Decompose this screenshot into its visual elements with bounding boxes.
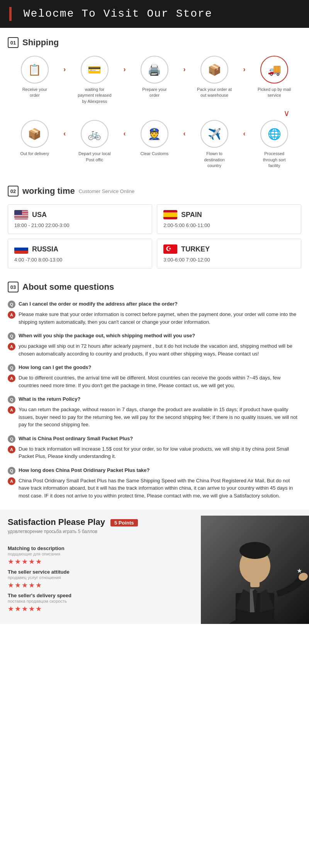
step-payment-label: waiting for payment released by Aliexpre… bbox=[77, 87, 112, 104]
qa-q-4: Q What is the return Policy? bbox=[8, 395, 301, 403]
step-out-delivery-icon: 📦 bbox=[21, 120, 49, 148]
arrow-8: ‹ bbox=[243, 120, 246, 138]
step-customs-label: Clear Customs bbox=[141, 151, 169, 157]
qa-question-6: How long does China Post Oridinary Packe… bbox=[19, 466, 150, 474]
rating-label-1: Matching to description bbox=[8, 545, 170, 551]
qa-answer-6: China Post Oridinary Small Packet Plus h… bbox=[19, 477, 301, 500]
russia-hours: 4:00 -7:00 8:00-13:00 bbox=[14, 257, 146, 263]
down-arrow: ∨ bbox=[12, 108, 297, 118]
qa-q-1: Q Can I cancel the order or modify the a… bbox=[8, 300, 301, 308]
step-out-delivery: 📦 Out for delivery bbox=[17, 120, 52, 157]
qa-answer-1: Please make sure that your order informa… bbox=[19, 311, 301, 326]
rating-sublabel-2: продавец услуг отношения bbox=[8, 575, 170, 580]
turkey-hours: 3:00-6:00 7:00-12:00 bbox=[163, 257, 295, 263]
qa-q-2: Q When will you ship the package out, wh… bbox=[8, 332, 301, 340]
shipping-label: Shipping bbox=[22, 38, 59, 48]
satisfaction-content: Satisfaction Please Play 5 Points удовле… bbox=[8, 517, 170, 613]
qa-list: Q Can I cancel the order or modify the a… bbox=[8, 300, 301, 499]
a-icon-6: A bbox=[8, 477, 15, 485]
section-num-01: 01 bbox=[8, 37, 19, 48]
step-customs: 👮 Clear Customs bbox=[137, 120, 172, 157]
country-usa: USA 18:00 - 21:00 22:00-3:00 bbox=[8, 204, 152, 234]
person-svg: ★ bbox=[201, 516, 309, 624]
qa-q-5: Q What is China Post ordinary Small Pack… bbox=[8, 435, 301, 443]
step-depart-post-icon: 🚲 bbox=[81, 120, 109, 148]
rating-label-2: The seller service attitude bbox=[8, 569, 170, 575]
divider bbox=[8, 540, 170, 541]
questions-section: 03 About some questions Q Can I cancel t… bbox=[0, 272, 309, 509]
step-depart-post-label: Depart your local Post offic bbox=[77, 151, 112, 163]
qa-a-5: A Due to track information will increase… bbox=[8, 445, 301, 460]
q-icon-3: Q bbox=[8, 364, 15, 372]
step-sort-facility: 🌐 Processed through sort facility bbox=[257, 120, 292, 169]
step-pack-label: Pack your order at out warehouse bbox=[197, 87, 232, 99]
country-russia: RUSSIA 4:00 -7:00 8:00-13:00 bbox=[8, 239, 152, 268]
q-icon-5: Q bbox=[8, 435, 15, 443]
qa-question-5: What is China Post ordinary Small Packet… bbox=[19, 435, 133, 443]
svg-text:★: ★ bbox=[297, 567, 302, 574]
country-spain: SPAIN 2:00-5:00 6:00-11:00 bbox=[157, 204, 301, 234]
usa-hours: 18:00 - 21:00 22:00-3:00 bbox=[14, 222, 146, 228]
step-sort-facility-icon: 🌐 bbox=[260, 120, 288, 148]
points-badge: 5 Points bbox=[110, 519, 138, 526]
step-flown: ✈️ Flown to destination country bbox=[197, 120, 232, 169]
arrow-3: › bbox=[183, 56, 186, 73]
rating-sublabel-3: поставка продавцом скорость bbox=[8, 599, 170, 603]
qa-item-6: Q How long does China Post Oridinary Pac… bbox=[8, 466, 301, 500]
russia-name: RUSSIA bbox=[14, 244, 146, 254]
working-subtitle: Customer Service Online bbox=[79, 188, 135, 194]
rating-label-3: The seller's delivery speed bbox=[8, 593, 170, 598]
step-payment: 💳 waiting for payment released by Aliexp… bbox=[77, 56, 112, 104]
shipping-row-1: 📋 Receive your order › 💳 waiting for pay… bbox=[12, 56, 297, 104]
arrow-7: ‹ bbox=[183, 120, 186, 138]
spain-flag bbox=[163, 210, 177, 219]
section-num-02: 02 bbox=[8, 186, 19, 196]
rating-sublabel-1: подщающие для описания bbox=[8, 552, 170, 556]
rating-row-3: The seller's delivery speed поставка про… bbox=[8, 593, 170, 613]
section-num-03: 03 bbox=[8, 282, 19, 292]
shipping-section: 01 Shipping 📋 Receive your order › 💳 wai… bbox=[0, 28, 309, 176]
rating-row-1: Matching to description подщающие для оп… bbox=[8, 545, 170, 566]
step-receive-order: 📋 Receive your order bbox=[17, 56, 52, 99]
qa-a-1: A Please make sure that your order infor… bbox=[8, 311, 301, 326]
arrow-6: ‹ bbox=[123, 120, 126, 138]
qa-a-2: A you package will ship out in 72 hours … bbox=[8, 342, 301, 357]
step-receive-order-label: Receive your order bbox=[17, 87, 52, 99]
step-prepare: 🖨️ Prepare your order bbox=[137, 56, 172, 99]
qa-item-1: Q Can I cancel the order or modify the a… bbox=[8, 300, 301, 326]
qa-a-3: A Due to different countries, the arriva… bbox=[8, 374, 301, 389]
svg-point-6 bbox=[239, 542, 270, 559]
step-sort-facility-label: Processed through sort facility bbox=[257, 151, 292, 169]
qa-question-1: Can I cancel the order or modify the add… bbox=[19, 300, 178, 308]
header-title: Welocme To Visit Our Store bbox=[9, 7, 300, 21]
shipping-row-2: 📦 Out for delivery ‹ 🚲 Depart your local… bbox=[12, 120, 297, 169]
step-pack: 📦 Pack your order at out warehouse bbox=[197, 56, 232, 99]
qa-question-4: What is the return Policy? bbox=[19, 395, 80, 403]
qa-a-6: A China Post Oridinary Small Packet Plus… bbox=[8, 477, 301, 500]
working-grid: USA 18:00 - 21:00 22:00-3:00 SPAIN 2:00-… bbox=[8, 204, 301, 268]
arrow-4: › bbox=[243, 56, 246, 73]
satisfaction-title: Satisfaction Please Play 5 Points bbox=[8, 517, 170, 527]
qa-item-4: Q What is the return Policy? A You can r… bbox=[8, 395, 301, 429]
working-label: working time bbox=[22, 186, 75, 196]
q-icon-4: Q bbox=[8, 396, 15, 403]
qa-q-6: Q How long does China Post Oridinary Pac… bbox=[8, 466, 301, 475]
header: Welocme To Visit Our Store bbox=[0, 0, 309, 28]
arrow-1: › bbox=[63, 56, 66, 73]
step-depart-post: 🚲 Depart your local Post offic bbox=[77, 120, 112, 163]
satisfaction-section: Satisfaction Please Play 5 Points удовле… bbox=[0, 509, 309, 624]
step-receive-order-icon: 📋 bbox=[21, 56, 49, 84]
qa-q-3: Q How long can I get the goods? bbox=[8, 364, 301, 372]
stars-2: ★★★★★ bbox=[8, 581, 170, 589]
q-icon-6: Q bbox=[8, 467, 15, 475]
arrow-5: ‹ bbox=[63, 120, 66, 138]
a-icon-4: A bbox=[8, 406, 15, 414]
qa-question-3: How long can I get the goods? bbox=[19, 364, 92, 371]
a-icon-1: A bbox=[8, 311, 15, 319]
qa-item-2: Q When will you ship the package out, wh… bbox=[8, 332, 301, 357]
qa-a-4: A You can return the package, without re… bbox=[8, 406, 301, 429]
qa-answer-4: You can return the package, without reas… bbox=[19, 406, 301, 429]
step-out-delivery-label: Out for delivery bbox=[20, 151, 49, 157]
turkey-name: TURKEY bbox=[163, 244, 295, 254]
qa-answer-3: Due to different countries, the arrival … bbox=[19, 374, 301, 389]
